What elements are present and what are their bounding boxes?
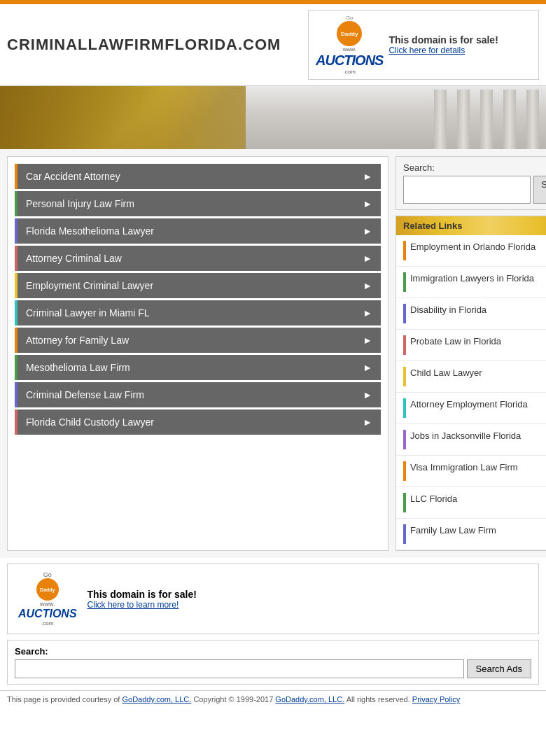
bottom-auction-banner[interactable]: Go Daddy www. AUCTIONS .com This domain … [7,564,539,634]
related-item-label: Disability in Florida [410,304,486,316]
menu-item-label: Criminal Lawyer in Miami FL [26,307,150,318]
header-auction-banner[interactable]: Go Daddy www. AUCTIONS .com This domain … [308,10,539,80]
godaddy-logo: Go Daddy www. AUCTIONS .com [316,15,388,75]
menu-arrow: ► [363,416,372,428]
related-item-disability[interactable]: Disability in Florida ► [396,298,546,330]
bottom-search-button[interactable]: Search Ads [467,659,532,678]
menu-item-car-accident[interactable]: Car Accident Attorney ► [15,164,381,189]
related-item-attorney-employment[interactable]: Attorney Employment Florida ► [396,393,546,424]
site-title: CRIMINALLAWFIRMFLORIDA.COM [7,36,281,54]
related-bar [403,430,406,449]
footer-godaddy1-link[interactable]: GoDaddy.com, LLC. [122,695,191,704]
related-item-label: Jobs in Jacksonville Florida [410,430,521,442]
main-content: Car Accident Attorney ► Personal Injury … [0,149,546,558]
bottom-auctions-label: AUCTIONS [18,608,77,620]
related-item-label: Family Law Law Firm [410,524,496,537]
related-links-header: Related Links [396,216,546,235]
search-input[interactable] [403,176,531,204]
menu-item-family-law[interactable]: Attorney for Family Law ► [15,328,381,353]
footer-rights: All rights reserved. [346,695,410,704]
related-item-family-law-firm[interactable]: Family Law Law Firm ► [396,519,546,550]
auction-info: This domain is for sale! Click here for … [388,34,498,55]
related-bar [403,461,406,481]
menu-item-label: Attorney Criminal Law [26,253,122,264]
search-row: Search Ads [403,176,546,204]
related-item-label: Probate Law in Florida [410,335,501,348]
menu-arrow: ► [363,307,372,318]
search-label: Search: [403,162,546,173]
hero-building-bg [246,86,546,149]
menu-item-criminal-defense[interactable]: Criminal Defense Law Firm ► [15,382,381,407]
footer-text: This page is provided courtesy of [7,695,120,704]
menu-item-label: Car Accident Attorney [26,171,120,182]
related-item-label: Child Law Lawyer [410,367,482,379]
menu-item-label: Personal Injury Law Firm [26,198,134,209]
for-sale-text: This domain is for sale! [388,34,498,46]
menu-item-label: Florida Mesothelioma Lawyer [26,225,154,237]
hero-image [0,86,546,149]
hero-columns [434,86,539,149]
menu-list: Car Accident Attorney ► Personal Injury … [15,164,381,435]
related-bar [403,398,406,418]
header: CRIMINALLAWFIRMFLORIDA.COM Go Daddy www.… [0,4,546,86]
related-item-employment-orlando[interactable]: Employment in Orlando Florida ► [396,235,546,267]
menu-item-personal-injury[interactable]: Personal Injury Law Firm ► [15,191,381,216]
related-item-label: Attorney Employment Florida [410,398,528,411]
go-daddy-label: Go [346,15,354,21]
related-item-probate[interactable]: Probate Law in Florida ► [396,330,546,361]
menu-arrow: ► [363,389,372,400]
menu-item-attorney-criminal[interactable]: Attorney Criminal Law ► [15,246,381,271]
menu-arrow: ► [363,171,372,182]
related-item-llc-florida[interactable]: LLC Florida ► [396,487,546,519]
related-item-label: Immigration Lawyers in Florida [410,272,534,285]
bottom-search-input[interactable] [15,659,464,678]
auctions-logo-text: AUCTIONS [316,52,383,69]
related-bar [403,524,406,544]
related-bar [403,335,406,355]
related-item-label: Visa Immigration Law Firm [410,461,518,474]
bottom-click-learn-link[interactable]: Click here to learn more! [88,600,197,610]
bottom-godaddy-logo: Go Daddy www. AUCTIONS .com [18,571,77,626]
related-item-label: Employment in Orlando Florida [410,241,536,253]
related-item-immigration[interactable]: Immigration Lawyers in Florida ► [396,267,546,298]
footer-copyright: Copyright © 1999-2017 [193,695,275,704]
menu-item-label: Criminal Defense Law Firm [26,389,144,400]
related-links-panel: Related Links Employment in Orlando Flor… [396,216,546,551]
menu-item-meso-firm[interactable]: Mesothelioma Law Firm ► [15,355,381,380]
menu-item-child-custody[interactable]: Florida Child Custody Lawyer ► [15,410,381,435]
menu-arrow: ► [363,253,372,264]
bottom-for-sale-text: This domain is for sale! [88,589,197,600]
footer-privacy-link[interactable]: Privacy Policy [412,695,460,704]
menu-arrow: ► [363,362,372,373]
menu-item-criminal-miami[interactable]: Criminal Lawyer in Miami FL ► [15,300,381,326]
click-details-link[interactable]: Click here for details [388,46,498,55]
related-bar [403,367,406,386]
menu-item-label: Attorney for Family Law [26,335,129,346]
right-panel: Search: Search Ads Related Links Employm… [396,156,546,551]
footer-godaddy2-link[interactable]: GoDaddy.com, LLC. [275,695,344,704]
related-item-child-law[interactable]: Child Law Lawyer ► [396,361,546,393]
footer: This page is provided courtesy of GoDadd… [0,690,546,708]
bottom-search-row: Search Ads [15,659,531,678]
search-button[interactable]: Search Ads [533,176,546,204]
www-label: www. [40,601,55,608]
related-bar [403,272,406,292]
related-item-jobs-jacksonville[interactable]: Jobs in Jacksonville Florida ► [396,424,546,456]
search-box: Search: Search Ads [396,156,546,210]
related-bar [403,241,406,260]
menu-item-label: Employment Criminal Lawyer [26,280,153,291]
menu-item-mesothelioma[interactable]: Florida Mesothelioma Lawyer ► [15,218,381,244]
menu-arrow: ► [363,198,372,209]
menu-item-employment-criminal[interactable]: Employment Criminal Lawyer ► [15,273,381,298]
bottom-search-box: Search: Search Ads [7,640,539,685]
menu-arrow: ► [363,225,372,237]
related-bar [403,304,406,323]
related-item-visa-immigration[interactable]: Visa Immigration Law Firm ► [396,456,546,487]
bottom-auction-text: This domain is for sale! Click here to l… [88,589,197,610]
menu-arrow: ► [363,335,372,346]
bottom-search-label: Search: [15,646,531,657]
related-bar [403,493,406,512]
related-item-label: LLC Florida [410,493,457,505]
menu-item-label: Mesothelioma Law Firm [26,362,130,373]
menu-arrow: ► [363,280,372,291]
